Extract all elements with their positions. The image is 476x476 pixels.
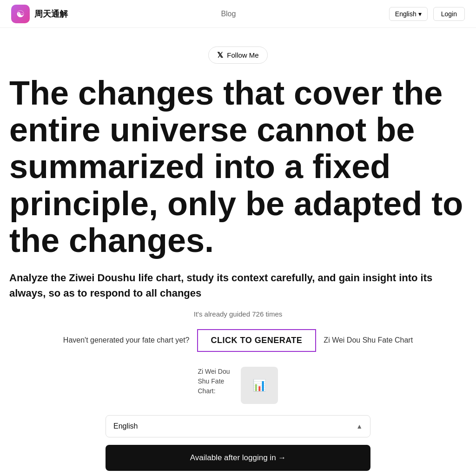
- hero-subtitle: Analyze the Ziwei Doushu life chart, stu…: [9, 270, 467, 301]
- guided-text: It's already guided 726 times: [9, 310, 467, 318]
- language-label: English: [395, 10, 416, 18]
- blog-link[interactable]: Blog: [221, 10, 236, 18]
- fate-label: Zi Wei Dou Shu Fate Chart:: [198, 367, 230, 396]
- cta-right-label: Zi Wei Dou Shu Fate Chart: [324, 336, 413, 344]
- language-button[interactable]: English ▾: [389, 7, 428, 21]
- fate-chart-section: Zi Wei Dou Shu Fate Chart: 📊: [9, 367, 467, 404]
- generate-button[interactable]: CLICK TO GENERATE: [197, 329, 317, 352]
- follow-me-button[interactable]: 𝕏 Follow Me: [208, 46, 267, 64]
- nav-right: English ▾ Login: [389, 7, 465, 21]
- fate-chart-image: 📊: [241, 367, 278, 404]
- x-icon: 𝕏: [217, 51, 223, 60]
- cta-row: Haven't generated your fate chart yet? C…: [9, 329, 467, 352]
- follow-label: Follow Me: [227, 51, 258, 59]
- login-button[interactable]: Login: [433, 7, 465, 21]
- logo-icon: ☯: [11, 5, 30, 23]
- cta-left-label: Haven't generated your fate chart yet?: [63, 336, 190, 344]
- language-select-text: English: [113, 422, 138, 430]
- nav-center: Blog: [221, 10, 236, 18]
- language-select[interactable]: English ▲: [106, 415, 370, 437]
- chevron-down-icon: ▾: [418, 10, 422, 18]
- navbar: ☯ 周天通解 Blog English ▾ Login: [0, 0, 476, 28]
- hero-section: 𝕏 Follow Me The changes that cover the e…: [0, 28, 476, 476]
- nav-logo[interactable]: ☯ 周天通解: [11, 5, 68, 23]
- hero-title: The changes that cover the entire univer…: [9, 75, 467, 259]
- chart-icon: 📊: [252, 379, 266, 392]
- login-cta-button[interactable]: Available after logging in →: [106, 445, 370, 471]
- logo-text: 周天通解: [34, 8, 68, 20]
- chevron-up-icon: ▲: [356, 423, 363, 430]
